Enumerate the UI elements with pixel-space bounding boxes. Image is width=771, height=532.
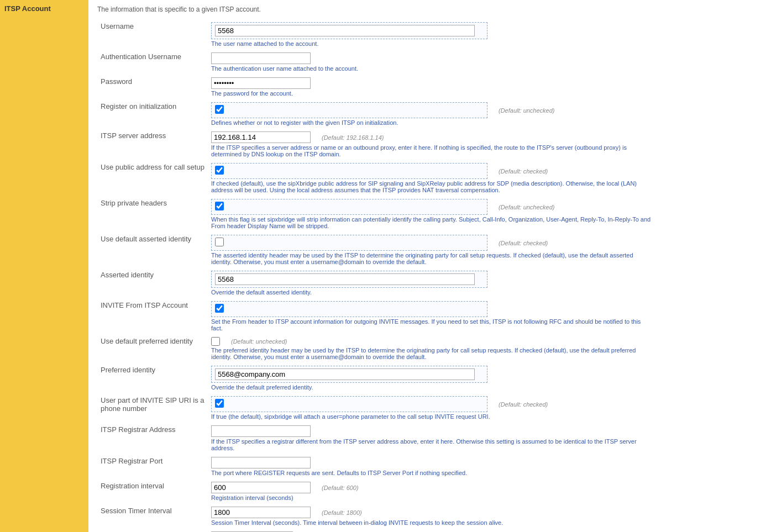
form-row-session-timer: Session Timer Interval(Default: 1800)Ses… (97, 504, 762, 528)
field-cell-registration-interval: (Default: 600)Registration interval (sec… (208, 480, 762, 503)
input-username[interactable] (215, 25, 475, 36)
hint-auth-username: The authentication user name attached to… (211, 65, 653, 72)
field-cell-itsp-registrar-address: If the ITSP specifies a registrar differ… (208, 423, 762, 454)
label-password: Password (97, 75, 208, 99)
default-use-default-asserted: (Default: checked) (492, 240, 548, 246)
input-asserted-identity[interactable] (215, 273, 475, 285)
default-registration-interval: (Default: 600) (315, 484, 359, 491)
input-auth-username[interactable] (211, 52, 311, 64)
input-session-timer[interactable] (211, 507, 311, 518)
default-session-timer: (Default: 1800) (315, 509, 362, 516)
form-row-strip-private-headers: Strip private headers(Default: unchecked… (97, 197, 762, 231)
hint-itsp-server: If the ITSP specifies a server address o… (211, 144, 653, 157)
label-registration-interval: Registration interval (97, 480, 208, 503)
label-preferred-identity: Preferred identity (97, 364, 208, 393)
form-row-asserted-identity: Asserted identityOverride the default as… (97, 268, 762, 298)
hint-user-part-phone: If true (the default), sipxbridge will a… (211, 413, 653, 420)
label-register-on-init: Register on initialization (97, 100, 208, 128)
label-use-public-address: Use public address for call setup (97, 161, 208, 196)
form-row-register-on-init: Register on initialization(Default: unch… (97, 100, 762, 128)
checkbox-use-default-asserted[interactable] (215, 238, 224, 246)
hint-username: The user name attached to the account. (211, 40, 653, 47)
field-cell-invite-from-itsp: Set the From header to ITSP account info… (208, 299, 762, 334)
form-row-use-default-preferred: Use default preferred identity(Default: … (97, 335, 762, 362)
field-cell-use-default-preferred: (Default: unchecked)The preferred identi… (208, 335, 762, 362)
field-cell-user-part-phone: (Default: checked)If true (the default),… (208, 394, 762, 422)
form-row-itsp-registrar-port: ITSP Registrar PortThe port where REGIST… (97, 455, 762, 478)
field-cell-itsp-server: (Default: 192.168.1.14)If the ITSP speci… (208, 129, 762, 160)
hint-invite-from-itsp: Set the From header to ITSP account info… (211, 318, 653, 331)
label-itsp-registrar-address: ITSP Registrar Address (97, 423, 208, 454)
form-row-auth-username: Authentication UsernameThe authenticatio… (97, 50, 762, 74)
hint-register-on-init: Defines whether or not to register with … (211, 119, 653, 126)
label-strip-private-headers: Strip private headers (97, 197, 208, 231)
field-cell-preferred-identity: Override the default preferred identity. (208, 364, 762, 393)
form-table: UsernameThe user name attached to the ac… (97, 20, 762, 532)
form-row-itsp-registrar-address: ITSP Registrar AddressIf the ITSP specif… (97, 423, 762, 454)
hint-registration-interval: Registration interval (seconds) (211, 494, 653, 501)
hint-preferred-identity: Override the default preferred identity. (211, 384, 653, 391)
field-cell-use-default-asserted: (Default: checked)The asserted identity … (208, 233, 762, 267)
hint-use-default-preferred: The preferred identity header may be use… (211, 347, 653, 360)
form-row-sip-keepalive: Method to use for SIP keepalive.Empty SI… (97, 529, 762, 532)
main-content: The information that is specific to a gi… (88, 0, 771, 532)
field-cell-auth-username: The authentication user name attached to… (208, 50, 762, 74)
field-cell-session-timer: (Default: 1800)Session Timer Interval (s… (208, 504, 762, 528)
checkbox-register-on-init[interactable] (215, 105, 224, 114)
input-itsp-registrar-address[interactable] (211, 425, 311, 437)
hint-itsp-registrar-port: The port where REGISTER requests are sen… (211, 470, 653, 476)
label-auth-username: Authentication Username (97, 50, 208, 74)
checkbox-strip-private-headers[interactable] (215, 202, 224, 210)
form-row-invite-from-itsp: INVITE From ITSP AccountSet the From hea… (97, 299, 762, 334)
sidebar-title: ITSP Account (4, 4, 51, 13)
intro-text: The information that is specific to a gi… (97, 6, 762, 13)
form-row-itsp-server: ITSP server address(Default: 192.168.1.1… (97, 129, 762, 160)
checkbox-invite-from-itsp[interactable] (215, 304, 224, 313)
form-row-use-public-address: Use public address for call setup(Defaul… (97, 161, 762, 196)
label-use-default-asserted: Use default asserted identity (97, 233, 208, 267)
input-password[interactable] (211, 77, 311, 89)
hint-itsp-registrar-address: If the ITSP specifies a registrar differ… (211, 438, 653, 451)
field-cell-username: The user name attached to the account. (208, 20, 762, 49)
input-itsp-registrar-port[interactable] (211, 457, 311, 468)
default-user-part-phone: (Default: checked) (492, 401, 548, 408)
label-itsp-registrar-port: ITSP Registrar Port (97, 455, 208, 478)
checkbox-user-part-phone[interactable] (215, 399, 224, 408)
field-cell-itsp-registrar-port: The port where REGISTER requests are sen… (208, 455, 762, 478)
field-cell-password: The password for the account. (208, 75, 762, 99)
label-username: Username (97, 20, 208, 49)
field-cell-sip-keepalive: Empty SIP messageCR-LFNone(Default: Empt… (208, 529, 762, 532)
field-cell-asserted-identity: Override the default asserted identity. (208, 268, 762, 298)
checkbox-use-default-preferred[interactable] (211, 337, 220, 346)
form-row-preferred-identity: Preferred identityOverride the default p… (97, 364, 762, 393)
label-use-default-preferred: Use default preferred identity (97, 335, 208, 362)
field-cell-use-public-address: (Default: checked)If checked (default), … (208, 161, 762, 196)
label-asserted-identity: Asserted identity (97, 268, 208, 298)
input-preferred-identity[interactable] (215, 368, 475, 380)
label-invite-from-itsp: INVITE From ITSP Account (97, 299, 208, 334)
form-row-password: PasswordThe password for the account. (97, 75, 762, 99)
hint-session-timer: Session Timer Interval (seconds). Time i… (211, 519, 653, 526)
field-cell-register-on-init: (Default: unchecked)Defines whether or n… (208, 100, 762, 128)
hint-asserted-identity: Override the default asserted identity. (211, 289, 653, 296)
input-itsp-server[interactable] (211, 131, 311, 143)
form-row-use-default-asserted: Use default asserted identity(Default: c… (97, 233, 762, 267)
default-strip-private-headers: (Default: unchecked) (492, 204, 555, 210)
default-itsp-server: (Default: 192.168.1.14) (315, 134, 384, 141)
hint-strip-private-headers: When this flag is set sipxbridge will st… (211, 216, 653, 229)
checkbox-use-public-address[interactable] (215, 166, 224, 175)
form-row-user-part-phone: User part of INVITE SIP URI is a phone n… (97, 394, 762, 422)
label-itsp-server: ITSP server address (97, 129, 208, 160)
hint-use-public-address: If checked (default), use the sipXbridge… (211, 180, 653, 193)
default-use-default-preferred: (Default: unchecked) (224, 338, 287, 345)
hint-use-default-asserted: The asserted identity header may be used… (211, 252, 653, 265)
input-registration-interval[interactable] (211, 482, 311, 493)
field-cell-strip-private-headers: (Default: unchecked)When this flag is se… (208, 197, 762, 231)
default-register-on-init: (Default: unchecked) (492, 107, 555, 114)
default-use-public-address: (Default: checked) (492, 168, 548, 175)
label-user-part-phone: User part of INVITE SIP URI is a phone n… (97, 394, 208, 422)
hint-password: The password for the account. (211, 90, 653, 97)
form-row-username: UsernameThe user name attached to the ac… (97, 20, 762, 49)
label-session-timer: Session Timer Interval (97, 504, 208, 528)
form-row-registration-interval: Registration interval(Default: 600)Regis… (97, 480, 762, 503)
